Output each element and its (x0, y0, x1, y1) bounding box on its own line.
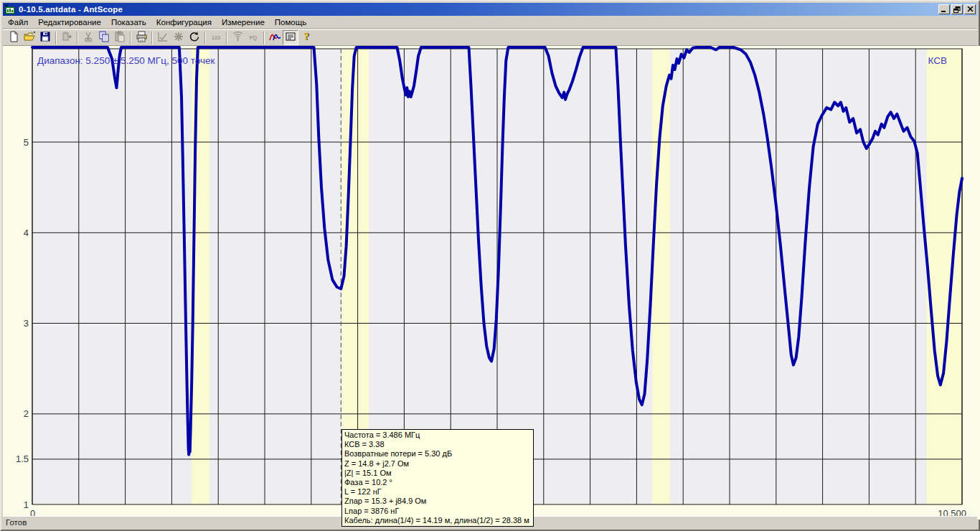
svg-text:Диапазон: 5.250 ± 5.250 МГц, 5: Диапазон: 5.250 ± 5.250 МГц, 500 точек (37, 55, 215, 66)
chart-check-icon (157, 31, 169, 45)
tooltip-phase: Фаза = 10.2 ° (344, 478, 531, 487)
menu-file[interactable]: Файл (3, 17, 33, 28)
svg-text:КСВ: КСВ (928, 55, 947, 66)
restore-button[interactable] (951, 4, 963, 14)
new-document-icon (8, 31, 19, 45)
tooltip-impedance-mag: |Z| = 15.1 Ом (344, 469, 531, 478)
cut-button (80, 30, 96, 45)
toolbar-separator (77, 32, 78, 44)
export-button (59, 30, 75, 45)
paste-button (112, 30, 128, 45)
svg-text:2: 2 (24, 408, 29, 419)
tooltip-parallel-l: Lпар = 3876 нГ (344, 507, 531, 516)
svg-text:3: 3 (24, 318, 29, 329)
antenna-signal-icon (232, 31, 244, 45)
paste-clipboard-icon (114, 31, 126, 45)
tooltip-swr: КСВ = 3.38 (344, 440, 531, 449)
copy-button[interactable] (96, 30, 112, 45)
save-file-button[interactable] (37, 30, 53, 45)
antenna-button (230, 30, 245, 45)
help-button[interactable]: ? ? (298, 30, 314, 45)
curves-view-button[interactable] (267, 30, 283, 45)
refresh-button[interactable] (187, 30, 202, 45)
menu-measurement[interactable]: Измерение (217, 17, 270, 28)
cut-scissors-icon (83, 31, 94, 45)
antscope-window: 0-10.5.antdata - AntScope Файл Редактиро… (0, 0, 980, 531)
save-floppy-icon (39, 31, 51, 45)
tooltip-inductance: L = 122 нГ (344, 487, 531, 497)
minimize-button[interactable] (938, 4, 950, 14)
svg-text:4: 4 (24, 227, 29, 238)
tooltip-return-loss: Возвратные потери = 5.30 дБ (344, 449, 531, 459)
validate-chart-button (155, 30, 171, 45)
tooltip-frequency: Частота = 3.486 МГц (344, 431, 531, 440)
list-icon (285, 31, 296, 45)
svg-text:?: ? (303, 31, 309, 42)
app-icon (4, 4, 16, 14)
toolbar: 123 FQ ? ? (3, 29, 977, 46)
curves-icon (269, 31, 281, 45)
parameters-list-button[interactable] (283, 30, 298, 45)
export-icon (61, 31, 72, 45)
open-folder-icon (24, 31, 36, 45)
help-question-icon: ? ? (301, 31, 311, 45)
tooltip-impedance: Z = 14.8 + j2.7 Ом (344, 459, 531, 469)
measurement-tooltip: Частота = 3.486 МГц КСВ = 3.38 Возвратны… (341, 429, 534, 527)
fq-icon: FQ (250, 34, 257, 41)
title-bar: 0-10.5.antdata - AntScope (3, 3, 977, 16)
svg-text:1: 1 (24, 499, 29, 510)
toolbar-separator (130, 32, 131, 44)
numbers-123-icon: 123 (212, 34, 221, 41)
new-file-button[interactable] (6, 30, 22, 45)
menu-help[interactable]: Помощь (270, 17, 311, 28)
toolbar-separator (204, 32, 206, 44)
print-button[interactable] (133, 30, 149, 45)
svg-text:1.5: 1.5 (16, 454, 29, 464)
toolbar-separator (55, 32, 57, 44)
marker-button (171, 30, 187, 45)
open-file-button[interactable] (22, 30, 37, 45)
menu-bar: Файл Редактирование Показать Конфигураци… (3, 16, 977, 29)
toolbar-separator (263, 32, 265, 44)
chart-area: 54321.51010.500Диапазон: 5.250 ± 5.250 М… (3, 46, 980, 520)
svg-text:5: 5 (24, 137, 29, 148)
status-text: Готов (6, 518, 27, 527)
refresh-icon (189, 31, 200, 45)
menu-edit[interactable]: Редактирование (33, 17, 106, 28)
frequency-button: FQ (245, 30, 261, 45)
numeric-view-button: 123 (208, 30, 224, 45)
tooltip-parallel-z: Zпар = 15.3 + j84.9 Ом (344, 497, 531, 506)
toolbar-separator (226, 32, 227, 44)
copy-icon (98, 31, 110, 45)
toolbar-separator (151, 32, 153, 44)
tooltip-cable: Кабель: длина(1/4) = 14.19 м, длина(1/2)… (344, 516, 531, 525)
print-icon (136, 31, 148, 45)
menu-show[interactable]: Показать (106, 17, 151, 28)
star-burst-icon (173, 31, 184, 45)
window-title: 0-10.5.antdata - AntScope (19, 5, 123, 14)
close-button[interactable] (964, 4, 976, 14)
menu-configuration[interactable]: Конфигурация (151, 17, 217, 28)
